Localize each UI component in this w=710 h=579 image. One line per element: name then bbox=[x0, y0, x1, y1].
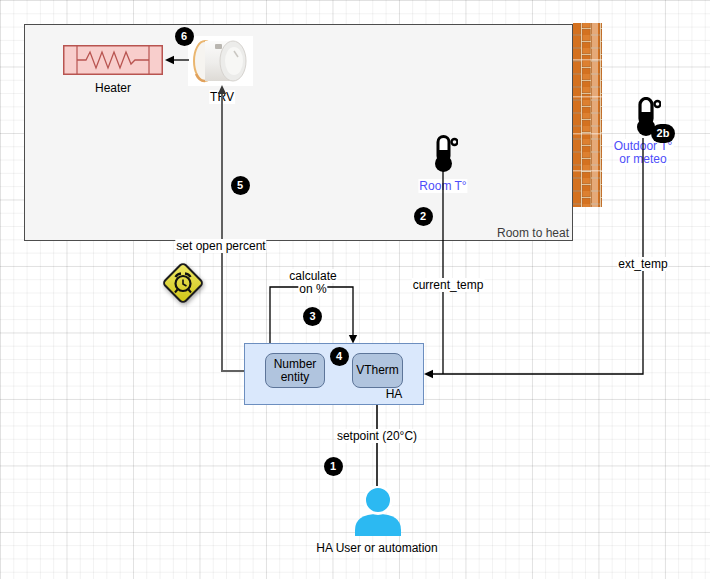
edge-label-current-temp: current_temp bbox=[412, 279, 485, 292]
ha-container-label: HA bbox=[386, 388, 403, 401]
diagram-canvas: Heater TRV Room T° Outdoor T bbox=[0, 0, 710, 579]
vtherm-box: VTherm bbox=[352, 353, 403, 388]
step-badge-3: 3 bbox=[303, 307, 322, 326]
user-label: HA User or automation bbox=[316, 542, 437, 555]
user-icon bbox=[350, 486, 406, 536]
step-badge-5: 5 bbox=[231, 176, 250, 195]
edge-label-ext-temp: ext_temp bbox=[617, 258, 668, 271]
edge-label-calculate: calculateon % bbox=[288, 270, 337, 296]
vtherm-label: VTherm bbox=[356, 364, 399, 377]
step-badge-6: 6 bbox=[175, 27, 194, 46]
step-badge-4: 4 bbox=[330, 347, 349, 366]
alarm-clock-diamond-icon bbox=[161, 261, 205, 305]
edge-label-setpoint: setpoint (20°C) bbox=[336, 430, 418, 443]
edge-label-set-open-percent: set open percent bbox=[175, 240, 266, 253]
step-badge-2b: 2b bbox=[651, 124, 675, 143]
number-entity-label: Number entity bbox=[266, 358, 324, 384]
step-badge-2: 2 bbox=[414, 207, 433, 226]
number-entity-box: Number entity bbox=[265, 353, 325, 388]
step-badge-1: 1 bbox=[324, 457, 343, 476]
room-caption: Room to heat bbox=[497, 227, 569, 240]
